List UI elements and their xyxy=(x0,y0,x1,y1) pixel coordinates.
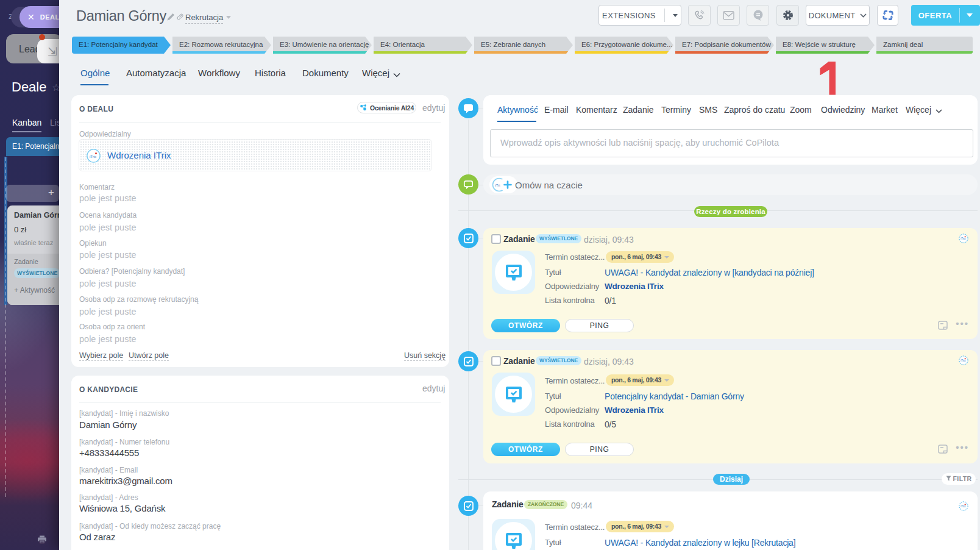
svg-text:iTrix: iTrix xyxy=(960,237,966,240)
svg-text:iTrix: iTrix xyxy=(960,505,966,508)
svg-text:iTrix: iTrix xyxy=(90,155,96,159)
svg-text:iTrix: iTrix xyxy=(960,359,966,362)
